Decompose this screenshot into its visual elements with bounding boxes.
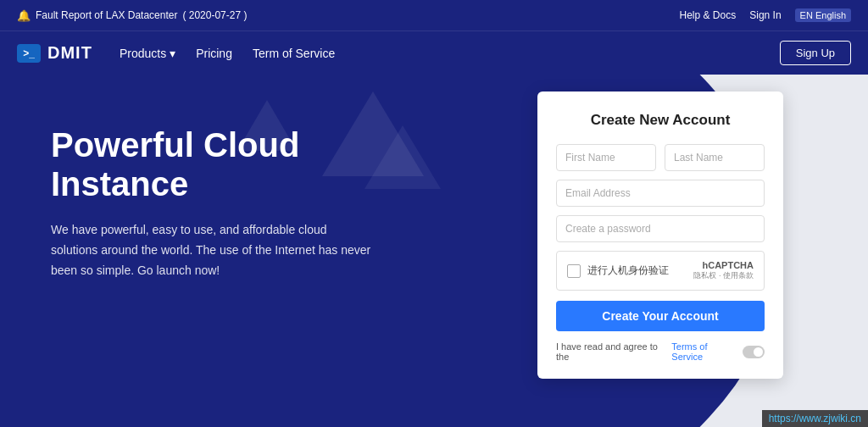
nav-tos-link[interactable]: Term of Service: [253, 47, 335, 60]
nav-pricing-link[interactable]: Pricing: [196, 47, 232, 60]
password-input[interactable]: [556, 215, 765, 242]
captcha-checkbox[interactable]: [567, 264, 581, 278]
signup-button[interactable]: Sign Up: [780, 41, 851, 65]
chevron-down-icon: ▾: [170, 47, 175, 60]
fault-date: ( 2020-07-27 ): [182, 9, 247, 21]
alert-icon: 🔔: [17, 9, 31, 22]
brand[interactable]: >_ DMIT: [17, 43, 92, 63]
captcha-right: hCAPTCHA 隐私权 · 使用条款: [693, 260, 754, 281]
email-row: [556, 180, 765, 207]
last-name-input[interactable]: [665, 144, 765, 171]
tos-link[interactable]: Terms of Service: [671, 341, 737, 362]
tos-text: I have read and agree to the: [556, 341, 666, 362]
brand-name: DMIT: [47, 43, 92, 63]
hero-section: Powerful Cloud Instance We have powerful…: [51, 125, 373, 280]
captcha-left: 进行人机身份验证: [567, 263, 669, 278]
sign-in-link[interactable]: Sign In: [749, 9, 781, 21]
registration-form: Create New Account 进行人机身份验证 hCAPTCHA 隐私权…: [537, 92, 783, 379]
main-area: Powerful Cloud Instance We have powerful…: [0, 75, 868, 427]
create-account-button[interactable]: Create Your Account: [556, 301, 765, 331]
form-title: Create New Account: [556, 112, 765, 129]
password-row: [556, 215, 765, 242]
announcement-bar: 🔔 Fault Report of LAX Datacenter ( 2020-…: [0, 0, 868, 30]
help-docs-link[interactable]: Help & Docs: [680, 9, 737, 21]
navbar-left: >_ DMIT Products ▾ Pricing Term of Servi…: [17, 43, 335, 63]
captcha-label: 进行人机身份验证: [587, 263, 669, 278]
brand-icon: >_: [17, 44, 41, 63]
captcha-sub: 隐私权 · 使用条款: [693, 270, 754, 281]
tos-toggle[interactable]: [743, 346, 765, 358]
email-input[interactable]: [556, 180, 765, 207]
hero-description: We have powerful, easy to use, and affor…: [51, 220, 373, 280]
header-actions: Help & Docs Sign In EN English: [680, 8, 851, 22]
hero-title: Powerful Cloud Instance: [51, 125, 373, 203]
captcha-brand: hCAPTCHA: [693, 260, 754, 270]
navbar: >_ DMIT Products ▾ Pricing Term of Servi…: [0, 30, 868, 75]
fault-report-section: 🔔 Fault Report of LAX Datacenter ( 2020-…: [17, 9, 247, 22]
tos-agreement-row: I have read and agree to the Terms of Se…: [556, 341, 765, 362]
nav-products-link[interactable]: Products ▾: [120, 47, 175, 60]
captcha-box[interactable]: 进行人机身份验证 hCAPTCHA 隐私权 · 使用条款: [556, 251, 765, 291]
first-name-input[interactable]: [556, 144, 656, 171]
language-badge[interactable]: EN English: [795, 8, 851, 22]
fault-report-text: Fault Report of LAX Datacenter: [36, 9, 177, 21]
navbar-right: Sign Up: [780, 41, 851, 65]
watermark: https://www.zjwiki.cn: [762, 410, 868, 427]
nav-links: Products ▾ Pricing Term of Service: [120, 47, 335, 60]
name-row: [556, 144, 765, 171]
decoration-tri2: [364, 125, 441, 189]
